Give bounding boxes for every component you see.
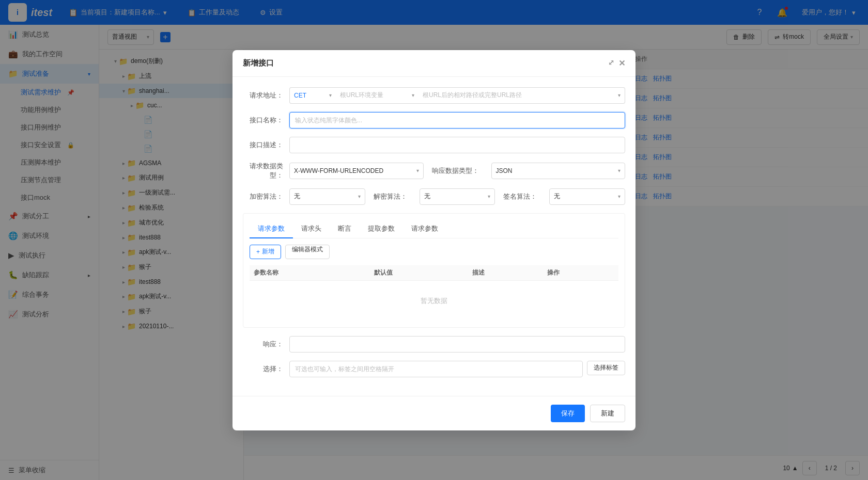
tab-request-params2[interactable]: 请求参数: [403, 220, 446, 238]
path-arrow-icon: ▾: [618, 92, 621, 98]
res-type-select[interactable]: JSON ▾: [491, 163, 626, 179]
modal-header-actions: ⤢ ✕: [608, 58, 625, 68]
res-type-arrow-icon: ▾: [618, 168, 621, 173]
response-label: 响应：: [243, 340, 289, 349]
sign-select[interactable]: 无 ▾: [549, 188, 625, 205]
env-placeholder: 根URL环境变量: [340, 91, 383, 100]
name-label: 接口名称：: [243, 116, 289, 125]
tab-extract-params[interactable]: 提取参数: [360, 220, 403, 238]
modal-header: 新增接口 ⤢ ✕: [233, 50, 636, 77]
desc-control: [289, 137, 625, 153]
col-param-name: 参数名称: [250, 265, 370, 281]
plus-icon: +: [256, 248, 260, 255]
encrypt-arrow-icon: ▾: [358, 194, 361, 199]
select-tag-button[interactable]: 选择标签: [587, 361, 625, 375]
name-control: [289, 112, 625, 129]
add-param-label: 新增: [262, 247, 274, 256]
params-section: 请求参数 请求头 断言 提取参数 请求参数 + 新增 编辑器模式: [243, 213, 625, 328]
param-table: 参数名称 默认值 描述 操作 暂无数据: [250, 265, 618, 321]
datatype-control: X-WWW-FORM-URLENCODED ▾ 响应数据类型： JSON ▾: [289, 163, 625, 179]
desc-form-row: 接口描述：: [243, 137, 625, 153]
tag-input[interactable]: [289, 361, 583, 377]
decrypt-arrow-icon: ▾: [488, 194, 490, 199]
tab-request-header[interactable]: 请求头: [293, 220, 330, 238]
algo-control: 无 ▾ 解密算法： 无 ▾ 签名算法： 无 ▾: [289, 188, 625, 205]
datatype-form-row: 请求数据类型： X-WWW-FORM-URLENCODED ▾ 响应数据类型： …: [243, 162, 625, 180]
param-table-header: 参数名称 默认值 描述 操作: [250, 265, 618, 281]
add-api-modal: 新增接口 ⤢ ✕ 请求地址： CET ▾ 根URL环境变量: [233, 50, 636, 430]
col-default-val: 默认值: [370, 265, 468, 281]
decrypt-label: 解密算法：: [374, 192, 411, 201]
empty-hint: 暂无数据: [250, 280, 618, 321]
modal-footer: 保存 新建: [233, 396, 636, 430]
add-param-button[interactable]: + 新增: [250, 245, 281, 259]
path-select[interactable]: 根URL后的相对路径或完整URL路径 ▾: [419, 87, 625, 104]
modal-title: 新增接口: [243, 58, 274, 68]
method-value: CET: [294, 92, 306, 99]
modal-overlay[interactable]: 新增接口 ⤢ ✕ 请求地址： CET ▾ 根URL环境变量: [0, 0, 868, 480]
req-type-arrow-icon: ▾: [416, 168, 419, 173]
encrypt-value: 无: [294, 192, 300, 201]
req-type-label: 请求数据类型：: [243, 162, 289, 180]
encrypt-label: 加密算法：: [243, 192, 289, 201]
algo-form-row: 加密算法： 无 ▾ 解密算法： 无 ▾ 签名算法：: [243, 188, 625, 205]
method-select[interactable]: CET ▾: [289, 87, 336, 104]
url-control: CET ▾ 根URL环境变量 ▾ 根URL后的相对路径或完整URL路径 ▾: [289, 87, 625, 104]
url-form-row: 请求地址： CET ▾ 根URL环境变量 ▾ 根URL后的相对路径或完整URL路…: [243, 87, 625, 104]
sign-label: 签名算法：: [503, 192, 541, 201]
new-button[interactable]: 新建: [590, 405, 625, 422]
response-control: [289, 336, 625, 353]
res-type-value: JSON: [496, 167, 513, 174]
name-input[interactable]: [289, 112, 625, 129]
decrypt-value: 无: [424, 192, 430, 201]
path-placeholder: 根URL后的相对路径或完整URL路径: [423, 91, 522, 100]
modal-body: 请求地址： CET ▾ 根URL环境变量 ▾ 根URL后的相对路径或完整URL路…: [233, 77, 636, 396]
empty-hint-text: 暂无数据: [250, 281, 618, 321]
param-tabs: 请求参数 请求头 断言 提取参数 请求参数: [250, 220, 618, 238]
select-control: 选择标签: [289, 361, 625, 377]
modal-close-button[interactable]: ✕: [618, 58, 625, 68]
select-label: 选择：: [243, 364, 289, 374]
desc-input[interactable]: [289, 137, 625, 153]
url-input-group: CET ▾ 根URL环境变量 ▾ 根URL后的相对路径或完整URL路径 ▾: [289, 87, 625, 104]
editor-mode-button[interactable]: 编辑器模式: [285, 245, 330, 259]
response-input[interactable]: [289, 336, 625, 353]
modal-expand-button[interactable]: ⤢: [608, 58, 614, 68]
env-select[interactable]: 根URL环境变量 ▾: [336, 87, 419, 104]
method-arrow-icon: ▾: [329, 92, 332, 98]
col-operation: 操作: [543, 265, 618, 281]
tab-assertion[interactable]: 断言: [330, 220, 360, 238]
tab-toolbar: + 新增 编辑器模式: [250, 245, 618, 259]
tab-request-params[interactable]: 请求参数: [250, 220, 293, 238]
desc-label: 接口描述：: [243, 140, 289, 150]
sign-arrow-icon: ▾: [618, 194, 621, 199]
req-type-value: X-WWW-FORM-URLENCODED: [294, 167, 383, 174]
url-label: 请求地址：: [243, 91, 289, 100]
name-form-row: 接口名称：: [243, 112, 625, 129]
select-form-row: 选择： 选择标签: [243, 361, 625, 377]
col-description: 描述: [468, 265, 544, 281]
sign-value: 无: [554, 192, 560, 201]
res-type-label: 响应数据类型：: [432, 166, 483, 175]
req-type-select[interactable]: X-WWW-FORM-URLENCODED ▾: [289, 163, 424, 179]
encrypt-select[interactable]: 无 ▾: [289, 188, 365, 205]
save-button[interactable]: 保存: [551, 405, 585, 422]
empty-row: 暂无数据: [250, 280, 618, 321]
decrypt-select[interactable]: 无 ▾: [420, 188, 495, 205]
env-arrow-icon: ▾: [412, 92, 414, 98]
response-form-row: 响应：: [243, 336, 625, 353]
